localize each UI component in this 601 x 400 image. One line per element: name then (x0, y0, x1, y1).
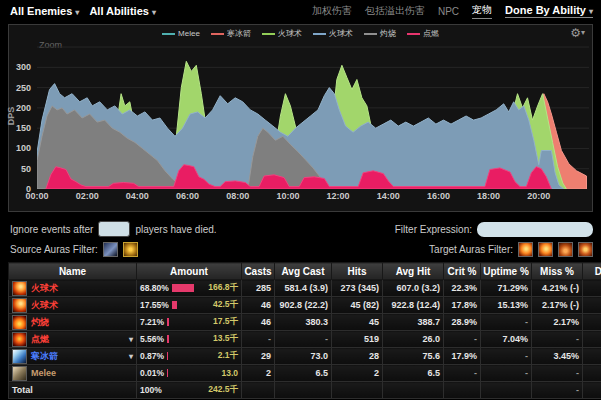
source-aura-1-icon[interactable] (103, 242, 118, 257)
legend-item-ignite[interactable]: 点燃 (407, 28, 439, 39)
amount-cell: 5.56%13.5千 (137, 331, 242, 348)
empty-cell (383, 382, 444, 399)
ability-name[interactable]: 火球术 (31, 299, 58, 312)
table-row: 火球术17.55%42.5千46902.8 (22.2)45 (82)922.8… (9, 297, 601, 314)
y-tick-label: 100 (16, 143, 31, 153)
chart-settings-button[interactable]: ⚙▾ (570, 26, 585, 40)
column-header-name[interactable]: Name (9, 263, 137, 280)
expand-caret-icon[interactable]: ▾ (129, 335, 133, 344)
amount-value: 42.5千 (213, 299, 238, 311)
x-tick-label: 10:00 (276, 191, 299, 201)
legend-item-scorch[interactable]: 灼烧 (364, 28, 396, 39)
ability-name[interactable]: 灼烧 (31, 316, 49, 329)
ability-name[interactable]: 火球术 (31, 282, 58, 295)
target-aura-4-icon[interactable] (578, 242, 593, 257)
avg-cast-cell: 581.4 (3.9) (275, 280, 332, 297)
x-tick-label: 14:00 (377, 191, 400, 201)
uptime-cell: 7.04% (481, 331, 532, 348)
total-miss-cell: - (532, 382, 583, 399)
source-aura-2-icon[interactable] (123, 242, 138, 257)
ability-name[interactable]: Melee (31, 368, 56, 378)
chart-plot-area[interactable] (37, 43, 589, 189)
legend-item-fireball-2[interactable]: 火球术 (313, 28, 353, 39)
avg-hit-cell: 6.5 (383, 365, 444, 382)
column-header-dps[interactable]: DPS (583, 263, 601, 280)
column-header-crit-[interactable]: Crit % (444, 263, 481, 280)
miss-cell: - (532, 331, 583, 348)
amount-value: 17.5千 (213, 316, 238, 328)
uptime-cell: - (481, 348, 532, 365)
column-header-miss-[interactable]: Miss % (532, 263, 583, 280)
x-tick-label: 12:00 (327, 191, 350, 201)
total-label-cell: Total (9, 382, 137, 399)
abilities-dropdown[interactable]: All Abilities▾ (89, 5, 156, 17)
x-tick-label: 02:00 (76, 191, 99, 201)
crit-cell: 28.9% (444, 314, 481, 331)
ability-breakdown-table: NameAmountCastsAvg CastHitsAvg HitCrit %… (8, 262, 601, 399)
x-tick-label: 20:00 (527, 191, 550, 201)
x-tick-label: 18:00 (477, 191, 500, 201)
column-header-avg-cast[interactable]: Avg Cast (275, 263, 332, 280)
enemies-dropdown[interactable]: All Enemies▾ (10, 5, 79, 17)
amount-value: 2.1千 (218, 350, 238, 362)
gear-icon: ⚙ (570, 26, 581, 40)
table-total-row: Total100%242.5千-185.5+ (9, 382, 601, 399)
casts-cell: 29 (242, 348, 275, 365)
column-header-uptime-[interactable]: Uptime % (481, 263, 532, 280)
chart-legend: Melee寒冰箭火球术火球术灼烧点燃 (9, 28, 592, 39)
auras-filter-row: Source Auras Filter: Target Auras Filter… (10, 241, 593, 257)
toggle-宠物[interactable]: 宠物 (472, 3, 492, 19)
fireball-icon[interactable] (12, 298, 27, 313)
column-header-casts[interactable]: Casts (242, 263, 275, 280)
amount-percent: 68.80% (140, 283, 169, 293)
uptime-cell: - (481, 365, 532, 382)
table-row: Melee0.01%13.026.526.5---0.0+ (9, 365, 601, 382)
toggle-加权伤害[interactable]: 加权伤害 (312, 4, 352, 18)
column-header-hits[interactable]: Hits (332, 263, 383, 280)
crit-cell: - (444, 365, 481, 382)
miss-cell: 3.45% (532, 348, 583, 365)
y-tick-label: 50 (21, 164, 31, 174)
amount-bar (167, 318, 169, 326)
table-row: 点燃▾5.56%13.5千--51926.0-7.04%-10.3+ (9, 331, 601, 348)
avg-cast-cell: 902.8 (22.2) (275, 297, 332, 314)
players-died-input[interactable] (98, 221, 130, 237)
target-aura-2-icon[interactable] (538, 242, 553, 257)
x-tick-label: 04:00 (126, 191, 149, 201)
column-header-avg-hit[interactable]: Avg Hit (383, 263, 444, 280)
toggle-NPC[interactable]: NPC (438, 6, 459, 17)
target-aura-3-icon[interactable] (558, 242, 573, 257)
ability-name-cell: Melee (9, 365, 137, 382)
casts-cell: 285 (242, 280, 275, 297)
dps-cell: 13.4 (583, 314, 601, 331)
filter-expression-input[interactable] (477, 222, 593, 237)
uptime-cell: 15.13% (481, 297, 532, 314)
ability-name[interactable]: 寒冰箭 (31, 350, 58, 363)
amount-cell: 0.01%13.0 (137, 365, 242, 382)
melee-icon[interactable] (12, 366, 27, 381)
avg-cast-cell: 6.5 (275, 365, 332, 382)
x-tick-label: 00:00 (25, 191, 48, 201)
crit-cell: 17.8% (444, 297, 481, 314)
legend-item-frostbolt[interactable]: 寒冰箭 (211, 28, 251, 39)
legend-swatch-icon (407, 33, 420, 35)
fireball-icon[interactable] (12, 281, 27, 296)
expand-caret-icon[interactable]: ▾ (129, 352, 133, 361)
hits-cell: 45 (332, 314, 383, 331)
ability-name[interactable]: 点燃 (31, 333, 49, 346)
column-header-amount[interactable]: Amount (137, 263, 242, 280)
legend-item-fireball-1[interactable]: 火球术 (262, 28, 302, 39)
legend-item-melee[interactable]: Melee (162, 29, 200, 38)
amount-value: 166.8千 (208, 282, 238, 294)
ignore-events-label: Ignore events after (10, 224, 93, 235)
amount-bar (167, 335, 169, 343)
total-dps-cell: 185.5 (583, 382, 601, 399)
view-dropdown[interactable]: Done By Ability▾ (505, 4, 593, 18)
empty-cell (481, 382, 532, 399)
frostbolt-icon[interactable] (12, 349, 27, 364)
scorch-icon[interactable] (12, 315, 27, 330)
hits-cell: 45 (82) (332, 297, 383, 314)
target-aura-1-icon[interactable] (518, 242, 533, 257)
toggle-包括溢出伤害[interactable]: 包括溢出伤害 (365, 4, 425, 18)
ignite-icon[interactable] (12, 332, 27, 347)
